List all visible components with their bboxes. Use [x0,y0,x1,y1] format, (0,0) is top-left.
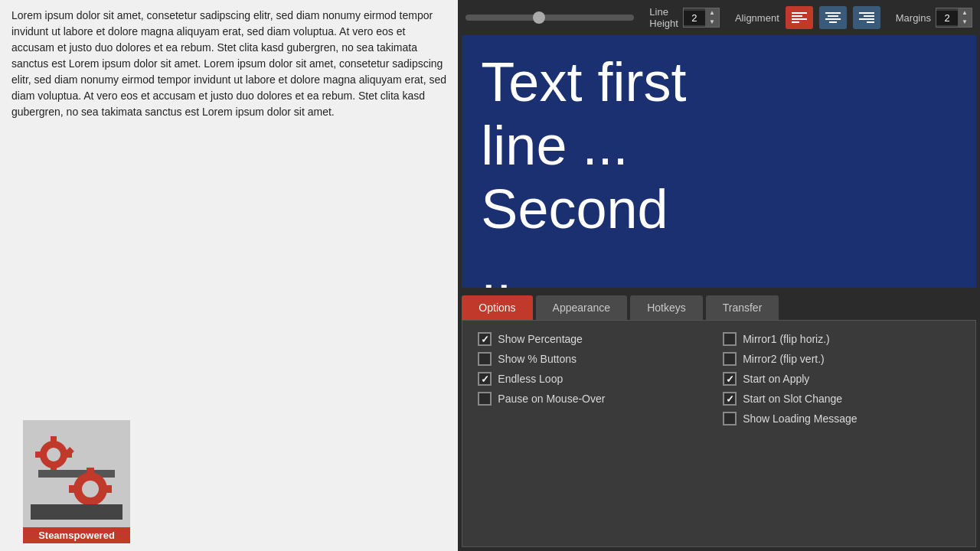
option-show-loading: Show Loading Message [723,412,960,425]
endless-loop-checkbox[interactable] [478,372,492,386]
show-pct-buttons-checkbox[interactable] [478,352,492,366]
show-loading-checkbox[interactable] [723,412,737,425]
option-show-pct-buttons: Show % Buttons [478,352,715,366]
options-panel: Show Percentage Mirror1 (flip horiz.) Sh… [462,320,976,547]
tabs-bar: Options Appearance Hotkeys Transfer [458,292,980,320]
line-height-spin-buttons[interactable]: ▲ ▼ [705,8,719,27]
svg-rect-19 [792,18,807,20]
margins-down[interactable]: ▼ [958,18,972,27]
option-mirror1: Mirror1 (flip horiz.) [723,332,960,346]
svg-rect-22 [828,15,838,17]
svg-rect-26 [864,15,874,17]
start-on-apply-label: Start on Apply [743,373,809,385]
mirror2-checkbox[interactable] [723,352,737,366]
pause-on-mouse-checkbox[interactable] [478,392,492,406]
svg-point-2 [47,448,60,461]
mirror1-checkbox[interactable] [723,332,737,346]
logo-label: Steamspowered [23,527,130,543]
line-height-down[interactable]: ▼ [705,18,719,27]
pause-on-mouse-label: Pause on Mouse-Over [498,393,605,405]
line-height-up[interactable]: ▲ [705,8,719,18]
svg-point-11 [82,481,99,497]
line-height-value: 2 [684,11,705,25]
top-controls: Line Height 2 ▲ ▼ Alignment [458,0,980,35]
alignment-label: Alignment [735,12,779,24]
show-percentage-checkbox[interactable] [478,332,492,346]
line-height-label: Line Height [649,6,678,29]
svg-rect-27 [859,18,874,20]
start-on-slot-label: Start on Slot Change [743,393,842,405]
align-center-button[interactable] [819,6,847,29]
option-start-on-slot: Start on Slot Change [723,392,960,406]
option-show-percentage: Show Percentage [478,332,715,346]
svg-rect-14 [101,485,112,493]
show-pct-buttons-label: Show % Buttons [498,353,577,365]
svg-rect-16 [31,504,122,520]
start-on-slot-checkbox[interactable] [723,392,737,406]
endless-loop-label: Endless Loop [498,373,563,385]
mirror1-label: Mirror1 (flip horiz.) [743,333,830,345]
slider-track[interactable] [466,15,634,21]
tab-transfer[interactable]: Transfer [706,295,779,320]
svg-rect-6 [35,452,44,458]
preview-area: Text firstline ...Second.. [462,35,976,288]
align-left-button[interactable] [786,6,813,29]
margins-spinbox[interactable]: 2 ▲ ▼ [936,8,972,28]
svg-rect-21 [825,12,841,14]
margins-spin-buttons[interactable]: ▲ ▼ [958,8,972,27]
slider-area[interactable] [466,15,634,21]
option-endless-loop: Endless Loop [478,372,715,386]
start-on-apply-checkbox[interactable] [723,372,737,386]
mirror2-label: Mirror2 (flip vert.) [743,353,825,365]
align-right-icon [859,11,874,24]
svg-rect-23 [825,18,841,20]
option-pause-on-mouse: Pause on Mouse-Over [478,392,715,406]
margins-label: Margins [896,12,931,24]
align-center-icon [825,11,841,24]
svg-rect-15 [69,485,80,493]
preview-text: Text firstline ...Second.. [481,51,686,288]
align-left-icon [792,11,807,24]
svg-rect-20 [792,21,799,23]
line-height-group: Line Height 2 ▲ ▼ [649,6,720,29]
show-percentage-label: Show Percentage [498,333,583,345]
tab-options[interactable]: Options [462,295,532,320]
svg-rect-17 [792,12,807,14]
show-loading-label: Show Loading Message [743,412,857,425]
svg-rect-25 [859,12,874,14]
svg-rect-12 [87,468,94,478]
lorem-text: Lorem ipsum dolor sit amet, consetetur s… [11,8,446,120]
alignment-group: Alignment [735,6,880,29]
align-right-button[interactable] [853,6,880,29]
tab-hotkeys[interactable]: Hotkeys [630,295,703,320]
svg-rect-18 [792,15,802,17]
svg-rect-3 [51,436,57,445]
margins-value: 2 [936,11,958,25]
svg-rect-28 [867,21,874,23]
svg-rect-24 [829,21,837,23]
line-height-spinbox[interactable]: 2 ▲ ▼ [683,8,720,28]
logo-box [23,420,130,527]
slider-thumb[interactable] [533,11,545,24]
margins-up[interactable]: ▲ [958,8,972,18]
svg-rect-9 [38,470,115,478]
logo-svg [31,428,122,520]
margins-group: Margins 2 ▲ ▼ [896,8,972,28]
left-panel: Lorem ipsum dolor sit amet, consetetur s… [0,0,458,551]
option-mirror2: Mirror2 (flip vert.) [723,352,960,366]
right-panel: Line Height 2 ▲ ▼ Alignment [458,0,980,551]
option-start-on-apply: Start on Apply [723,372,960,386]
logo-area: Steamspowered [23,420,130,543]
tab-appearance[interactable]: Appearance [536,295,628,320]
